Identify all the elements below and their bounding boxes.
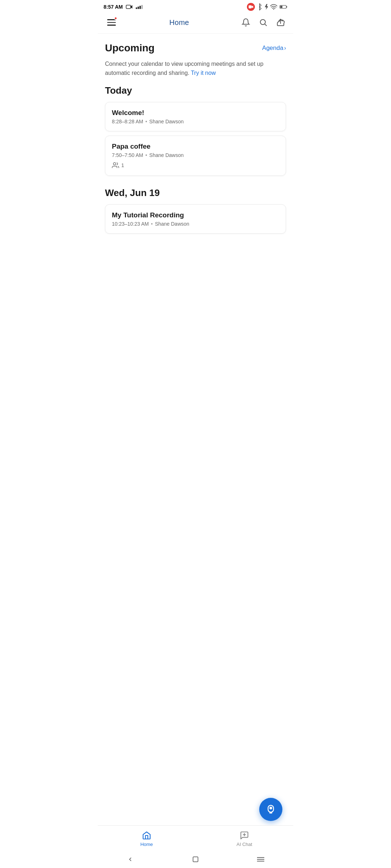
- upcoming-section-header: Upcoming Agenda ›: [105, 42, 286, 54]
- separator-dot: •: [151, 221, 153, 227]
- svg-rect-0: [126, 5, 131, 8]
- upcoming-title: Upcoming: [105, 42, 155, 54]
- top-nav: Home: [98, 13, 293, 34]
- notification-dot: [114, 17, 117, 20]
- svg-point-7: [273, 9, 274, 10]
- date-title: Wed, Jun 19: [105, 187, 286, 199]
- search-button[interactable]: [258, 17, 269, 28]
- meeting-organizer: Shane Dawson: [149, 119, 184, 124]
- meeting-title: Welcome!: [112, 109, 279, 117]
- camera-icon: [126, 4, 133, 9]
- menu-button[interactable]: [105, 16, 118, 29]
- status-time: 8:57 AM: [104, 4, 123, 10]
- meeting-title: Papa coffee: [112, 142, 279, 150]
- nav-actions: [240, 17, 286, 28]
- meeting-meta: 7:50–7:50 AM • Shane Dawson: [112, 152, 279, 158]
- meeting-card-welcome[interactable]: Welcome! 8:28–8:28 AM • Shane Dawson: [105, 102, 286, 131]
- battery-icon: [279, 5, 287, 9]
- status-icons: [247, 3, 287, 11]
- meeting-meta: 10:23–10:23 AM • Shane Dawson: [112, 221, 279, 227]
- meeting-organizer: Shane Dawson: [149, 152, 184, 158]
- flash-icon: [264, 4, 268, 10]
- notifications-button[interactable]: [240, 17, 251, 28]
- meeting-title: My Tutorial Recording: [112, 211, 279, 219]
- svg-rect-5: [249, 5, 252, 8]
- meeting-time: 8:28–8:28 AM: [112, 119, 143, 124]
- chevron-right-icon: ›: [284, 45, 286, 51]
- svg-rect-9: [286, 6, 287, 7]
- status-bar: 8:57 AM: [98, 0, 293, 13]
- signal-icon: [136, 4, 144, 9]
- today-title: Today: [105, 85, 286, 96]
- meeting-organizer: Shane Dawson: [155, 221, 189, 227]
- separator-dot: •: [145, 119, 147, 124]
- svg-rect-4: [142, 5, 143, 9]
- calendar-connect-text: Connect your calendar to view upcoming m…: [105, 60, 286, 78]
- meeting-card-tutorial[interactable]: My Tutorial Recording 10:23–10:23 AM • S…: [105, 204, 286, 234]
- today-section: Today Welcome! 8:28–8:28 AM • Shane Daws…: [105, 85, 286, 176]
- main-content: Upcoming Agenda › Connect your calendar …: [98, 34, 293, 303]
- meeting-footer: 1: [112, 162, 279, 169]
- svg-line-12: [265, 24, 266, 26]
- try-it-now-link[interactable]: Try it now: [191, 70, 216, 76]
- meeting-time: 7:50–7:50 AM: [112, 152, 143, 158]
- participants-icon: [112, 162, 119, 169]
- hamburger-icon: [107, 19, 116, 26]
- meeting-time: 10:23–10:23 AM: [112, 221, 149, 227]
- svg-rect-2: [138, 7, 139, 9]
- bluetooth-icon: [257, 3, 262, 10]
- page-title: Home: [169, 18, 189, 27]
- upload-button[interactable]: [275, 17, 286, 28]
- svg-point-14: [113, 162, 116, 165]
- svg-rect-3: [139, 6, 141, 9]
- meeting-meta: 8:28–8:28 AM • Shane Dawson: [112, 119, 279, 124]
- separator-dot: •: [145, 152, 147, 158]
- wifi-icon: [270, 4, 277, 10]
- meeting-card-papa-coffee[interactable]: Papa coffee 7:50–7:50 AM • Shane Dawson …: [105, 136, 286, 176]
- svg-point-11: [260, 20, 265, 25]
- svg-rect-1: [136, 7, 137, 9]
- svg-rect-10: [280, 6, 282, 8]
- agenda-link[interactable]: Agenda ›: [262, 44, 286, 52]
- participants-count: 1: [121, 162, 124, 168]
- wed-jun19-section: Wed, Jun 19 My Tutorial Recording 10:23–…: [105, 187, 286, 234]
- recording-indicator: [247, 3, 255, 11]
